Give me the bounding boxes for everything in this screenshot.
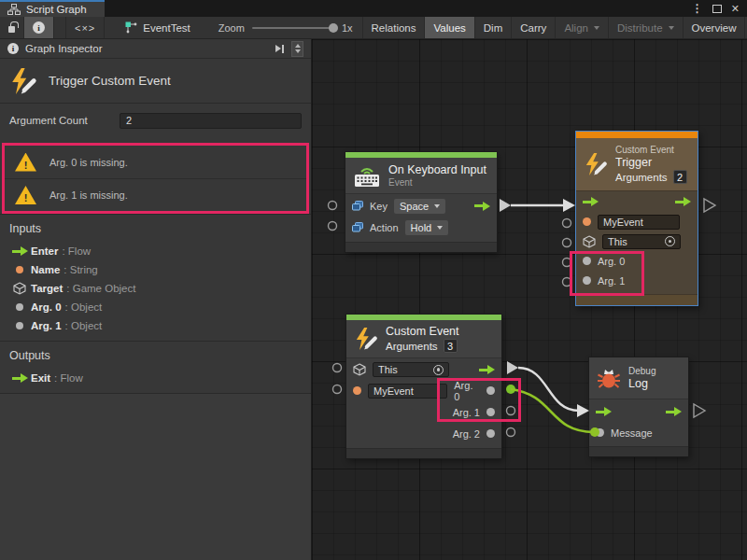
graph-toolbar: i <×> EventTest Zoom 1x Relations Values… [0, 17, 747, 39]
window-maximize-icon[interactable] [712, 5, 722, 13]
game-object-icon [13, 282, 26, 295]
node-custom-event[interactable]: Custom Event Arguments3 This [346, 315, 501, 458]
window-close-icon[interactable]: ✕ [731, 4, 740, 14]
port-keyboard-flow-out[interactable] [500, 199, 511, 212]
port-trigger-exit[interactable] [704, 199, 715, 212]
flow-port-icon [12, 246, 28, 256]
port-event-name-input[interactable] [333, 385, 342, 394]
target-field[interactable]: This [602, 234, 681, 249]
arguments-count-field[interactable]: 2 [673, 170, 687, 184]
object-port-icon[interactable] [486, 408, 495, 416]
tab-script-graph[interactable]: Script Graph [0, 0, 105, 17]
object-port-icon[interactable] [583, 257, 591, 265]
custom-event-icon [584, 152, 608, 176]
graph-hierarchy-icon [7, 4, 21, 15]
inputs-heading: Inputs [0, 222, 311, 235]
warnings-annotation-box: ! Arg. 0 is missing. ! Arg. 1 is missing… [2, 143, 309, 214]
port-trigger-name-input[interactable] [563, 219, 571, 228]
action-dropdown[interactable]: Hold [405, 220, 449, 235]
argument-count-input[interactable]: 2 [120, 113, 302, 129]
port-debug-exit[interactable] [694, 404, 705, 417]
carry-button[interactable]: Carry [512, 17, 556, 38]
warning-text: Arg. 1 is missing. [49, 189, 128, 201]
flow-output-arrow[interactable] [675, 197, 691, 206]
port-event-arg2-out[interactable] [507, 428, 515, 437]
values-button[interactable]: Values [425, 17, 474, 38]
node-trigger-custom-event[interactable]: Custom Event Trigger Arguments2 MyEvent [575, 131, 698, 306]
port-event-arg0-out[interactable] [506, 385, 515, 394]
flow-output-arrow[interactable] [474, 202, 490, 211]
relations-button[interactable]: Relations [362, 17, 426, 38]
graph-breadcrumb[interactable]: EventTest [116, 17, 200, 38]
port-event-arg1-out[interactable] [507, 407, 515, 415]
flow-output-arrow[interactable] [666, 407, 682, 416]
code-icon: <×> [75, 22, 95, 34]
arguments-count-field[interactable]: 3 [444, 339, 458, 353]
string-port-icon[interactable] [353, 386, 361, 395]
port-event-flow-out[interactable] [507, 361, 518, 374]
arg-label: Arg. 0 [454, 380, 480, 402]
event-name-field[interactable]: MyEvent [368, 384, 447, 399]
arg-label: Arg. 0 [598, 256, 625, 267]
graph-inspector-title: Graph Inspector [25, 43, 102, 54]
port-event-target-input[interactable] [333, 364, 342, 372]
graph-canvas[interactable]: On Keyboard Input Event Key Space [312, 39, 747, 560]
inspect-button[interactable]: i [24, 17, 54, 38]
flow-input-arrow[interactable] [583, 197, 599, 206]
flow-input-arrow[interactable] [596, 407, 612, 416]
list-item: Arg. 1: Object [0, 316, 311, 335]
list-item: Exit: Flow [0, 369, 311, 387]
chevron-down-icon [434, 204, 440, 208]
step-down-icon[interactable] [295, 49, 301, 53]
object-picker-icon[interactable] [665, 236, 675, 246]
node-color-bar [576, 132, 698, 138]
key-dropdown[interactable]: Space [394, 199, 445, 214]
zoom-slider-handle[interactable] [329, 23, 338, 33]
stepper-control[interactable] [291, 41, 303, 57]
node-on-keyboard-input[interactable]: On Keyboard Input Event Key Space [345, 152, 497, 252]
port-trigger-target-input[interactable] [563, 239, 571, 247]
list-item: Enter: Flow [0, 242, 311, 260]
game-object-icon[interactable] [583, 235, 596, 248]
object-port-icon[interactable] [486, 386, 495, 395]
wire-event-to-debug[interactable] [518, 368, 579, 411]
event-name-field[interactable]: MyEvent [598, 215, 680, 230]
zoom-control: Zoom 1x [209, 17, 362, 38]
zoom-slider[interactable] [252, 27, 334, 29]
dock-panel-icon[interactable] [275, 45, 285, 53]
title-bar: Script Graph ⋮ ✕ [0, 0, 747, 17]
object-port-icon[interactable] [486, 429, 495, 438]
distribute-dropdown[interactable]: Distribute [609, 17, 684, 38]
arg-label: Arg. 1 [598, 275, 625, 287]
dim-button[interactable]: Dim [475, 17, 512, 38]
object-picker-icon[interactable] [433, 365, 444, 375]
code-view-button[interactable]: <×> [65, 17, 105, 38]
flow-output-arrow[interactable] [479, 365, 495, 374]
action-label: Action [370, 222, 399, 233]
node-debug-log[interactable]: Debug Log Message [589, 357, 688, 456]
object-port-icon[interactable] [596, 428, 604, 437]
wire-arg0-to-message[interactable] [511, 389, 594, 432]
custom-event-icon [354, 327, 378, 351]
keycode-icon [352, 222, 363, 232]
custom-event-icon [9, 67, 37, 95]
string-port-icon[interactable] [583, 217, 591, 226]
wire-arrowhead [563, 199, 575, 212]
argument-count-label: Argument Count [9, 115, 120, 126]
game-object-icon[interactable] [353, 363, 366, 376]
overview-button[interactable]: Overview [684, 17, 746, 38]
window-menu-icon[interactable]: ⋮ [692, 3, 703, 14]
chevron-down-icon [594, 26, 599, 30]
target-field[interactable]: This [373, 362, 449, 377]
object-port-icon[interactable] [583, 276, 591, 285]
warning-icon: ! [15, 153, 36, 172]
port-trigger-arg1-input[interactable] [563, 278, 571, 287]
step-up-icon[interactable] [295, 44, 301, 48]
port-trigger-arg0-input[interactable] [563, 259, 571, 267]
port-key-input[interactable] [329, 202, 337, 210]
arguments-label: Arguments [615, 172, 668, 183]
align-dropdown[interactable]: Align [556, 17, 609, 38]
port-action-input[interactable] [329, 222, 337, 231]
lock-button[interactable] [0, 17, 24, 38]
unity-script-graph-window: Script Graph ⋮ ✕ i <×> EventTest Zoom 1x [0, 0, 747, 560]
